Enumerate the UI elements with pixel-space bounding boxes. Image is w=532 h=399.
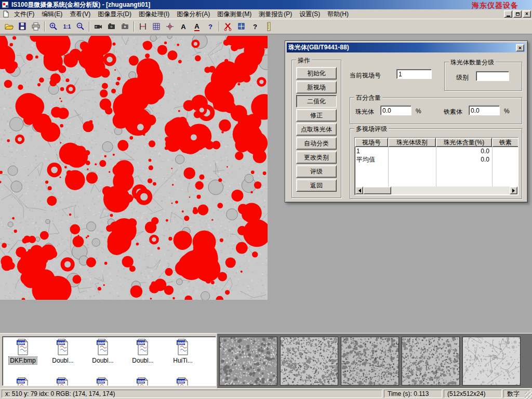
file-browser[interactable]: BMPDKF.bmpBMPDoubl...BMPDoubl...BMPDoubl…	[2, 336, 216, 386]
letter-a-label: A	[181, 23, 185, 31]
image-thumbnail[interactable]	[341, 337, 399, 385]
file-item[interactable]: BMP	[126, 377, 160, 386]
op-button[interactable]: 新视场	[296, 81, 337, 94]
op-button[interactable]: 初始化	[296, 67, 337, 79]
op-button[interactable]: 二值化	[296, 95, 337, 108]
file-item[interactable]: BMPDKF.bmp	[6, 339, 40, 364]
menu-item[interactable]: 文件(F)	[10, 9, 38, 20]
op-button[interactable]: 返回	[296, 179, 337, 192]
file-item[interactable]: BMP	[86, 377, 120, 386]
ferrite-percent-input[interactable]	[469, 105, 500, 115]
resize-grip[interactable]	[525, 392, 532, 399]
table-row[interactable]: 平均值0.0	[355, 155, 518, 164]
micrograph-image[interactable]	[0, 36, 268, 300]
menu-item[interactable]: 编辑(E)	[38, 9, 66, 20]
bottom-panel: BMPDKF.bmpBMPDoubl...BMPDoubl...BMPDoubl…	[0, 333, 532, 388]
help2-button[interactable]: ?	[248, 20, 262, 33]
scroll-right-button[interactable]	[510, 187, 517, 194]
table-column-header[interactable]: 珠光体含量(%)	[436, 138, 492, 147]
pearlite-percent-input[interactable]	[380, 105, 411, 115]
file-item[interactable]: BMPDoubl...	[86, 339, 120, 364]
scroll-track[interactable]	[391, 187, 510, 194]
actual-size-button[interactable]: 1:1	[60, 20, 74, 33]
bmp-file-icon: BMP	[176, 377, 190, 386]
menu-item[interactable]: 图像处理(I)	[135, 9, 173, 20]
table-column-header[interactable]: 铁素	[492, 138, 518, 147]
op-button[interactable]: 点取珠光体	[296, 123, 337, 136]
menu-item[interactable]: 设置(S)	[296, 9, 324, 20]
file-item[interactable]: BMP	[46, 377, 80, 386]
cross-measure-button[interactable]	[163, 20, 177, 33]
table-column-header[interactable]: 视场号	[355, 138, 388, 147]
op-button[interactable]: 评级	[296, 165, 337, 178]
table-row[interactable]: 10.0	[355, 147, 518, 155]
image-size-text: (512x512x24)	[447, 390, 485, 397]
table-column-header[interactable]: 珠光体级别	[388, 138, 436, 147]
file-name: Doubl...	[131, 357, 154, 364]
open-button[interactable]	[2, 20, 16, 33]
photo-capture-button[interactable]	[105, 20, 118, 33]
scroll-left-button[interactable]	[355, 187, 363, 194]
zoom-out-button[interactable]	[74, 20, 87, 33]
menu-item[interactable]: 图像测量(M)	[214, 9, 255, 20]
cut-tool-button[interactable]	[221, 20, 235, 33]
time-panel: Time (s): 0.113	[384, 390, 442, 398]
caliper-measure-button[interactable]	[136, 20, 150, 33]
help-button[interactable]: ?	[204, 20, 217, 33]
current-field-input[interactable]	[396, 69, 432, 79]
bmp-badge-label: BMP	[58, 380, 66, 383]
op-button[interactable]: 自动分类	[296, 137, 337, 150]
file-item[interactable]: BMPHuiTi...	[166, 339, 200, 364]
image-size-panel: (512x512x24)	[444, 390, 502, 398]
help-question-label: ?	[208, 23, 212, 31]
zoom-in-button[interactable]	[47, 20, 60, 33]
pixel-info-text: x: 510 y: 79 idx: 0 RGB: (174, 174, 174)	[5, 390, 115, 397]
image-thumbnail[interactable]	[219, 337, 277, 385]
pearlite-label: 珠光体	[355, 108, 374, 116]
image-thumbnail[interactable]	[462, 337, 521, 385]
calibrate-tool-button[interactable]	[235, 20, 248, 33]
file-item[interactable]: BMPDoubl...	[126, 339, 160, 364]
image-thumbnail[interactable]	[280, 337, 338, 385]
file-name: HuiTi...	[172, 357, 194, 364]
file-item[interactable]: BMP	[6, 377, 40, 386]
restore-button[interactable]	[513, 10, 522, 18]
dialog-close-button[interactable]: ×	[516, 44, 524, 51]
ops-group-label: 操作	[296, 56, 312, 65]
menu-item[interactable]: 帮助(H)	[324, 9, 352, 20]
file-item[interactable]: BMP	[166, 377, 200, 386]
table-cell: 平均值	[355, 155, 388, 164]
menu-item[interactable]: 图像显示(D)	[94, 9, 135, 20]
grade-group: 珠光体数量分级 级别	[444, 62, 522, 91]
save-button[interactable]	[16, 20, 29, 33]
menu-item[interactable]: 测量报告(P)	[255, 9, 296, 20]
scroll-thumb[interactable]	[363, 187, 391, 194]
minimize-button[interactable]	[504, 10, 512, 18]
grid-measure-button[interactable]	[150, 20, 163, 33]
menu-item[interactable]: 查看(V)	[66, 9, 94, 20]
video-capture-button[interactable]	[91, 20, 105, 33]
percent-group-label: 百分含量	[354, 94, 382, 102]
table-cell	[388, 147, 436, 155]
title-bar[interactable]: IS100显微摄像系统(金相分析版) - [zhuguangti01]	[0, 0, 532, 9]
dialog-title-bar[interactable]: 珠光体(GB/T9441-88) ×	[287, 43, 526, 52]
print-button[interactable]	[29, 20, 43, 33]
app-icon	[2, 1, 9, 8]
file-item[interactable]: BMPDoubl...	[46, 339, 80, 364]
grade-input[interactable]	[476, 71, 509, 81]
menu-item[interactable]: 图像分析(A)	[173, 9, 214, 20]
op-button[interactable]: 更改类别	[296, 151, 337, 164]
text-style-button[interactable]: A	[190, 20, 204, 33]
multi-field-table[interactable]: 视场号珠光体级别珠光体含量(%)铁素 10.0平均值0.0	[354, 137, 518, 195]
table-hscrollbar[interactable]	[355, 187, 517, 194]
time-text: Time (s): 0.113	[388, 390, 429, 397]
image-thumbnail[interactable]	[402, 337, 460, 385]
close-button[interactable]: ×	[523, 10, 531, 18]
ruler-tool-button[interactable]	[262, 20, 275, 33]
child-window-icon[interactable]	[2, 10, 9, 18]
bmp-file-icon: BMP	[16, 339, 30, 355]
camera-settings-button[interactable]	[118, 20, 132, 33]
grid-icon	[152, 22, 161, 31]
text-annotate-button[interactable]: A	[177, 20, 190, 33]
op-button[interactable]: 修正	[296, 109, 337, 122]
